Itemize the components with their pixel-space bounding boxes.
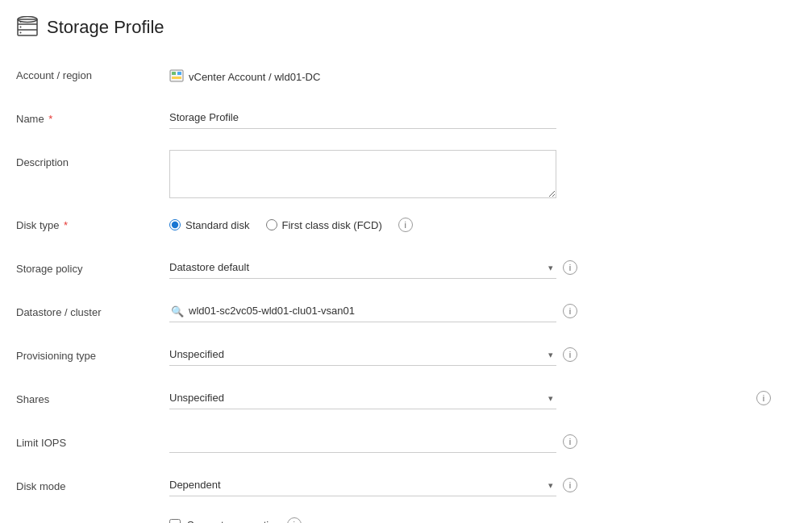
supports-encryption-info-icon[interactable]: i [287,517,302,523]
disk-type-control-wrap: Standard disk First class disk (FCD) i [169,213,788,232]
account-region-label: Account / region [16,63,169,81]
disk-mode-info-icon[interactable]: i [563,478,577,492]
svg-point-6 [20,32,22,34]
disk-type-radio-group: Standard disk First class disk (FCD) i [169,213,413,232]
provisioning-type-control-wrap: Unspecified ▾ i [169,343,788,366]
datastore-cluster-info-icon[interactable]: i [563,304,577,318]
storage-policy-control-wrap: Datastore default ▾ i [169,256,788,279]
storage-policy-info-icon[interactable]: i [563,260,577,275]
vcenter-icon [169,69,184,85]
datastore-search-icon: 🔍 [171,305,184,318]
disk-mode-select[interactable]: Dependent [169,474,556,496]
standard-disk-option[interactable]: Standard disk [169,219,250,231]
limit-iops-control-wrap: i [169,430,788,453]
name-required-indicator: * [46,113,53,125]
shares-row: Shares Unspecified ▾ i [16,387,788,416]
storage-cylinder-icon [16,16,39,39]
datastore-cluster-control-wrap: 🔍 i [169,300,788,322]
account-region-value-wrap: vCenter Account / wld01-DC [169,63,788,85]
name-input[interactable] [169,106,556,129]
page-title-section: Storage Profile [16,16,788,39]
shares-control-wrap: Unspecified ▾ i [169,387,788,409]
storage-policy-row: Storage policy Datastore default ▾ i [16,256,788,285]
supports-encryption-option[interactable]: Supports encryption i [169,517,788,523]
fcd-disk-option[interactable]: First class disk (FCD) [266,219,382,231]
name-control-wrap [169,106,788,129]
account-region-text: vCenter Account / wld01-DC [189,71,320,83]
supports-encryption-label: Supports encryption [187,519,281,524]
datastore-cluster-row: Datastore / cluster 🔍 i [16,300,788,329]
limit-iops-label: Limit IOPS [16,430,169,449]
svg-rect-8 [172,72,176,75]
provisioning-type-select-wrap: Unspecified ▾ [169,343,556,366]
svg-rect-10 [172,77,181,79]
disk-type-required-indicator: * [60,219,68,231]
description-label: Description [16,150,169,168]
datastore-cluster-label: Datastore / cluster [16,300,169,318]
shares-label: Shares [16,387,169,405]
description-control-wrap [169,150,788,198]
standard-disk-radio[interactable] [169,219,181,230]
storage-policy-label: Storage policy [16,256,169,275]
description-textarea[interactable] [169,150,556,198]
datastore-cluster-input[interactable] [169,300,556,322]
svg-point-5 [20,27,22,28]
disk-mode-label: Disk mode [16,474,169,492]
limit-iops-info-icon[interactable]: i [563,434,577,449]
storage-policy-select-wrap: Datastore default ▾ [169,256,556,279]
shares-select[interactable]: Unspecified [169,387,556,409]
description-row: Description [16,150,788,198]
standard-disk-label: Standard disk [185,219,250,231]
account-region-value: vCenter Account / wld01-DC [169,63,320,85]
name-label: Name * [16,106,169,125]
disk-mode-row: Disk mode Dependent ▾ i [16,474,788,503]
provisioning-type-select[interactable]: Unspecified [169,343,556,366]
disk-type-info-icon[interactable]: i [398,218,413,232]
page-title: Storage Profile [47,17,164,38]
disk-mode-control-wrap: Dependent ▾ i [169,474,788,496]
fcd-disk-label: First class disk (FCD) [282,219,382,231]
disk-type-row: Disk type * Standard disk First class di… [16,213,788,242]
provisioning-type-info-icon[interactable]: i [563,347,577,362]
checkboxes-section: Supports encryption i Preferred storage … [169,517,788,523]
supports-encryption-checkbox[interactable] [169,519,181,523]
storage-policy-select[interactable]: Datastore default [169,256,556,279]
shares-info-icon[interactable]: i [756,391,771,405]
provisioning-type-label: Provisioning type [16,343,169,362]
shares-select-wrap: Unspecified ▾ [169,387,556,409]
datastore-cluster-input-wrap: 🔍 [169,300,556,322]
svg-rect-9 [177,72,181,75]
limit-iops-input[interactable] [169,430,556,453]
name-row: Name * [16,106,788,135]
disk-type-label: Disk type * [16,213,169,231]
svg-point-4 [20,21,22,23]
disk-mode-select-wrap: Dependent ▾ [169,474,556,496]
account-region-row: Account / region vCenter Account / wld01… [16,63,788,92]
provisioning-type-row: Provisioning type Unspecified ▾ i [16,343,788,372]
fcd-disk-radio[interactable] [266,219,277,230]
limit-iops-row: Limit IOPS i [16,430,788,459]
